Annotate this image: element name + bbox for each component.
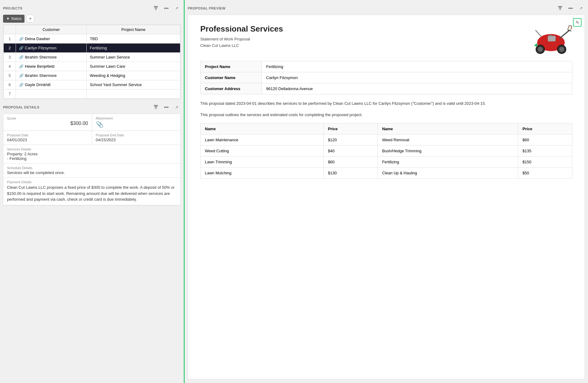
row-project-name: Summer Lawn Service <box>87 53 180 62</box>
proposal-subtitle: Statement of Work Proposal Clean Cut Law… <box>200 36 283 49</box>
pd-quote-attachment-section: Quote $300.00 Attachment 📎 <box>3 114 180 131</box>
info-row-customer: Customer Name Carilyn Fitzsymon <box>201 72 572 83</box>
projects-filter-icon[interactable] <box>152 4 160 12</box>
row-num: 5 <box>4 71 16 80</box>
pd-dates-section: Proposal Date 04/01/2023 Proposal End Da… <box>3 131 180 145</box>
pd-quote-attachment-row: Quote $300.00 Attachment 📎 <box>3 114 180 131</box>
proposal-preview-title: PROPOSAL PREVIEW <box>188 6 225 10</box>
services-cell-price2: $150 <box>518 156 572 167</box>
pd-payment-value: Clean Cut Lawns LLC proposes a fixed pri… <box>7 184 177 203</box>
edit-button[interactable]: ✎ <box>573 18 582 27</box>
pd-schedule-label: Schedule Details <box>7 166 177 170</box>
services-cell-name1: Lawn Mulching <box>201 167 324 178</box>
table-row[interactable]: 4🔗Hewie BenjefieldSummer Lawn Care <box>4 62 180 71</box>
lawnmower-svg <box>530 24 572 55</box>
lawnmower-logo <box>530 24 572 55</box>
proposal-title-block: Professional Services Statement of Work … <box>200 24 283 49</box>
pd-end-date-label: Proposal End Date <box>96 133 177 137</box>
services-cell-name2: Fertilizing <box>378 156 518 167</box>
projects-expand-icon[interactable]: ↗ <box>173 4 181 12</box>
services-cell-price2: $60 <box>518 134 572 145</box>
services-cell-price2: $50 <box>518 167 572 178</box>
pd-payment-cell: Payment Details Clean Cut Lawns LLC prop… <box>3 178 180 205</box>
projects-table: Customer Project Name 1🔗Deina DawberTBD2… <box>3 25 180 99</box>
svg-rect-3 <box>156 10 156 10</box>
table-row[interactable]: 5🔗Ibrahim ShermoreWeeding & Hedging <box>4 71 180 80</box>
proposal-preview-container: ✎ Professional Services Statement of Wor… <box>188 15 585 379</box>
right-panel-header: PROPOSAL PREVIEW ••• ↗ <box>188 3 585 15</box>
link-icon: 🔗 <box>19 46 24 50</box>
proposal-details-inner: Quote $300.00 Attachment 📎 Proposal Date <box>3 114 180 205</box>
services-cell-name1: Lawn Maintenance <box>201 134 324 145</box>
pd-schedule-section: Schedule Details Services will be comple… <box>3 164 180 178</box>
preview-expand-icon[interactable]: ↗ <box>577 4 585 12</box>
services-cell-name2: Bush/Hedge Trimming <box>378 145 518 156</box>
projects-title: PROJECTS <box>3 6 22 10</box>
services-col2-name-header: Name <box>378 123 518 134</box>
svg-point-14 <box>538 47 543 52</box>
row-project-name: Fertilizing <box>87 44 180 53</box>
services-row: Lawn Mulching$130Clean Up & Hauling$50 <box>201 167 572 178</box>
col-num-header <box>4 25 16 34</box>
project-name-label: Project Name <box>201 61 262 72</box>
link-icon: 🔗 <box>19 83 24 87</box>
preview-more-icon[interactable]: ••• <box>567 4 575 12</box>
svg-rect-8 <box>558 6 562 7</box>
projects-header: PROJECTS ••• ↗ <box>3 3 181 15</box>
right-panel: PROPOSAL PREVIEW ••• ↗ ✎ Professional Se… <box>184 0 588 383</box>
pd-services-section: Services Details Property: 2 Acres - Fer… <box>3 145 180 164</box>
proposal-filter-icon[interactable] <box>152 103 160 111</box>
pd-schedule-cell: Schedule Details Services will be comple… <box>3 164 180 177</box>
proposal-more-icon[interactable]: ••• <box>162 103 170 111</box>
row-num: 2 <box>4 44 16 53</box>
svg-rect-10 <box>559 9 561 9</box>
table-row[interactable]: 7 <box>4 89 180 99</box>
proposal-heading: Professional Services <box>200 24 283 34</box>
info-table: Project Name Fertilizing Customer Name C… <box>200 61 572 94</box>
link-icon: 🔗 <box>19 37 24 41</box>
proposal-details-header-icons: ••• ↗ <box>152 103 181 111</box>
table-row[interactable]: 6🔗Gayle DrinkhillSchool Yard Summer Serv… <box>4 80 180 89</box>
services-row: Lawn Maintenance$120Weed Removal$60 <box>201 134 572 145</box>
status-filter-button[interactable]: ▼ Status <box>3 15 24 23</box>
right-panel-icons: ••• ↗ <box>556 4 585 12</box>
proposal-description-1: This proposal dated 2023-04-01 describes… <box>200 100 572 107</box>
preview-filter-icon[interactable] <box>556 4 564 12</box>
proposal-details-panel: Quote $300.00 Attachment 📎 Proposal Date <box>3 114 181 206</box>
row-num: 6 <box>4 80 16 89</box>
svg-rect-9 <box>559 7 562 8</box>
info-row-address: Customer Address 96120 Delladonna Avenue <box>201 83 572 94</box>
table-row[interactable]: 2🔗Carilyn FitzsymonFertilizing <box>4 44 180 53</box>
table-row[interactable]: 1🔗Deina DawberTBD <box>4 34 180 44</box>
row-num: 3 <box>4 53 16 62</box>
row-project-name: School Yard Summer Service <box>87 80 180 89</box>
projects-header-icons: ••• ↗ <box>152 4 181 12</box>
project-name-value: Fertilizing <box>262 61 572 72</box>
proposal-details-title: PROPOSAL DETAILS <box>3 105 40 109</box>
services-cell-name1: Weed Cutting <box>201 145 324 156</box>
svg-line-23 <box>571 26 572 30</box>
col-project-header: Project Name <box>87 25 180 34</box>
svg-rect-4 <box>154 105 158 106</box>
pd-proposal-date-value: 04/01/2023 <box>7 138 88 142</box>
row-project-name <box>87 89 180 99</box>
row-project-name: Weeding & Hedging <box>87 71 180 80</box>
add-project-button[interactable]: + <box>26 15 34 23</box>
row-customer: 🔗Carilyn Fitzsymon <box>16 44 87 53</box>
filter-bar: ▼ Status + <box>3 15 181 23</box>
services-cell-price1: $40 <box>323 145 378 156</box>
row-num: 4 <box>4 62 16 71</box>
svg-point-16 <box>559 47 564 52</box>
proposal-expand-icon[interactable]: ↗ <box>173 103 181 111</box>
pd-payment-section: Payment Details Clean Cut Lawns LLC prop… <box>3 178 180 205</box>
pd-payment-label: Payment Details <box>7 180 177 184</box>
row-customer: 🔗Ibrahim Shermore <box>16 71 87 80</box>
pd-services-value: Property: 2 Acres - Fertilizing <box>7 152 177 161</box>
pd-end-date-cell: Proposal End Date 04/15/2023 <box>92 131 181 145</box>
table-row[interactable]: 3🔗Ibrahim ShermoreSummer Lawn Service <box>4 53 180 62</box>
projects-more-icon[interactable]: ••• <box>162 4 170 12</box>
services-col1-name-header: Name <box>201 123 324 134</box>
filter-label: Status <box>11 17 21 21</box>
svg-rect-20 <box>548 36 556 41</box>
row-customer: 🔗Gayle Drinkhill <box>16 80 87 89</box>
